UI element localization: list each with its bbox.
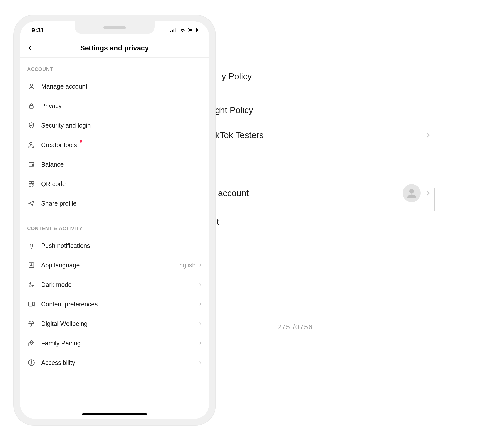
manage-account-row[interactable]: Manage account [20, 77, 209, 96]
security-login-label: Security and login [41, 122, 202, 129]
privacy-row[interactable]: Privacy [20, 96, 209, 116]
balance-row[interactable]: Balance [20, 155, 209, 174]
manage-account-label: Manage account [41, 83, 202, 90]
status-right [170, 28, 198, 32]
account-section-header: ACCOUNT [20, 58, 209, 77]
settings-content: ACCOUNT Manage account Privacy Security … [20, 58, 209, 372]
chevron-right-icon [198, 361, 202, 365]
svg-rect-10 [29, 106, 33, 108]
digital-wellbeing-row[interactable]: Digital Wellbeing [20, 314, 209, 333]
phone-screen: 9:31 Settings and privacy ACCOUNT [20, 21, 209, 419]
content-activity-section-header: CONTENT & ACTIVITY [20, 217, 209, 236]
family-pairing-label: Family Pairing [41, 340, 198, 347]
accessibility-label: Accessibility [41, 359, 198, 366]
person-icon [27, 82, 36, 91]
svg-rect-14 [32, 181, 34, 184]
svg-rect-5 [175, 28, 176, 32]
speaker [103, 26, 126, 29]
content-preferences-row[interactable]: Content preferences [20, 294, 209, 314]
notification-dot [80, 140, 82, 143]
creator-tools-label: Creator tools [41, 141, 202, 149]
video-icon [27, 300, 36, 308]
status-time: 9:31 [31, 26, 44, 34]
share-profile-row[interactable]: Share profile [20, 194, 209, 213]
app-language-value: English [175, 262, 196, 269]
cellular-icon [170, 28, 177, 32]
chevron-right-icon [198, 283, 202, 287]
security-login-row[interactable]: Security and login [20, 116, 209, 135]
privacy-label: Privacy [41, 102, 202, 110]
share-icon [27, 199, 36, 208]
umbrella-icon [27, 319, 36, 328]
battery-icon [188, 28, 198, 32]
svg-point-11 [30, 142, 32, 145]
phone-frame: 9:31 Settings and privacy ACCOUNT [14, 15, 215, 425]
copyright-policy-label: Copyright Policy [190, 105, 431, 115]
svg-rect-15 [29, 184, 31, 186]
svg-rect-17 [28, 302, 32, 306]
dark-mode-label: Dark mode [41, 281, 198, 288]
lock-icon [27, 102, 36, 110]
home-heart-icon [27, 339, 36, 347]
accessibility-row[interactable]: Accessibility [20, 353, 209, 372]
svg-rect-8 [197, 29, 198, 31]
phone-notch [75, 21, 155, 34]
balance-label: Balance [41, 161, 202, 168]
svg-point-19 [31, 361, 32, 362]
chevron-right-icon [198, 302, 202, 306]
push-notifications-label: Push notifications [41, 242, 202, 249]
wifi-icon [179, 28, 186, 32]
app-language-row[interactable]: App language English [20, 255, 209, 275]
background-line [434, 188, 435, 211]
content-preferences-label: Content preferences [41, 301, 198, 308]
svg-rect-7 [189, 29, 192, 31]
background-number-fragment: '275 /0756 [275, 323, 313, 331]
chevron-right-icon [198, 263, 202, 267]
app-language-label: App language [41, 262, 175, 269]
logout-label: Log out [190, 217, 431, 227]
language-icon [27, 261, 36, 269]
push-notifications-row[interactable]: Push notifications [20, 236, 209, 255]
share-profile-label: Share profile [41, 200, 202, 207]
chevron-right-icon [198, 322, 202, 326]
home-indicator[interactable] [82, 413, 147, 415]
chevron-right-icon [425, 188, 431, 198]
shield-icon [27, 121, 36, 130]
chevron-right-icon [198, 341, 202, 345]
qr-code-label: QR code [41, 180, 202, 188]
svg-point-9 [30, 84, 32, 86]
screen-header: Settings and privacy [20, 39, 209, 58]
person-star-icon [27, 141, 36, 149]
join-testers-label: Join TikTok Testers [190, 130, 425, 140]
svg-rect-13 [29, 181, 31, 184]
digital-wellbeing-label: Digital Wellbeing [41, 320, 198, 327]
accessibility-icon [27, 358, 36, 367]
qr-code-row[interactable]: QR code [20, 174, 209, 194]
moon-icon [27, 280, 36, 289]
svg-rect-3 [172, 30, 173, 32]
qr-icon [27, 180, 36, 188]
svg-point-1 [409, 189, 414, 194]
dark-mode-row[interactable]: Dark mode [20, 275, 209, 294]
creator-tools-row[interactable]: Creator tools [20, 135, 209, 155]
svg-rect-4 [173, 29, 174, 32]
wallet-icon [27, 160, 36, 169]
avatar [403, 184, 421, 202]
chevron-right-icon [425, 130, 431, 140]
family-pairing-row[interactable]: Family Pairing [20, 333, 209, 353]
switch-account-label: Switch account [190, 188, 403, 198]
page-title: Settings and privacy [80, 44, 149, 52]
svg-rect-2 [170, 31, 171, 32]
back-button[interactable] [25, 43, 35, 53]
bell-icon [27, 241, 36, 250]
